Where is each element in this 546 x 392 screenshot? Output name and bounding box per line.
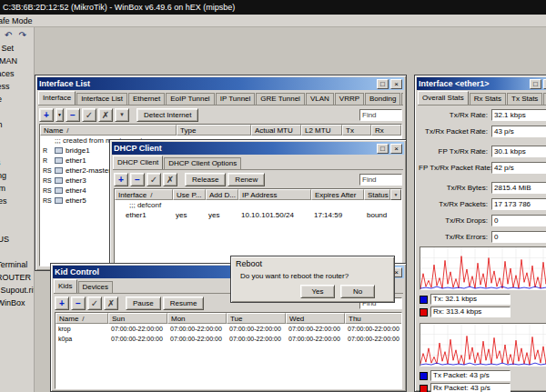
undo-icon[interactable]: ↶ [5, 30, 12, 40]
column-header-mon[interactable]: Mon [167, 313, 227, 324]
detect-internet-button[interactable]: Detect Internet [136, 108, 198, 122]
sidebar-item-ppp[interactable]: PPP [0, 106, 34, 118]
sidebar-item-new-terminal[interactable]: New Terminal [0, 258, 34, 271]
find-input[interactable] [359, 174, 402, 186]
disable-button[interactable]: ✗ [163, 173, 177, 186]
tab-dhcp-client-options[interactable]: DHCP Client Options [164, 157, 241, 169]
column-header-use-peer[interactable]: Use P... [173, 189, 206, 200]
column-header-actual-mtu[interactable]: Actual MTU [251, 125, 301, 136]
sidebar-item-system[interactable]: System [0, 182, 34, 195]
remove-button[interactable]: − [71, 297, 86, 310]
column-header-thu[interactable]: Thu [345, 313, 401, 324]
ether1-stats-titlebar[interactable]: Interface <ether1> □ × [417, 77, 546, 90]
add-button[interactable]: + [114, 173, 128, 186]
safe-mode-toggle[interactable]: Safe Mode [0, 15, 33, 27]
tab-rx-stats[interactable]: Rx Stats [470, 93, 506, 105]
enable-button[interactable]: ✓ [82, 108, 96, 122]
thu-cell: 07:00:00-22:00:00 [345, 324, 401, 334]
tab-eoip-tunnel[interactable]: EoIP Tunnel [166, 93, 214, 105]
column-header-rx[interactable]: Rx [371, 125, 401, 136]
yes-button[interactable]: Yes [300, 285, 335, 298]
column-header-tue[interactable]: Tue [227, 313, 286, 324]
tab-lte[interactable]: LTE [401, 93, 403, 105]
column-header-type[interactable]: Type [177, 125, 251, 136]
column-header-status[interactable]: Status [364, 189, 390, 200]
tab-interface[interactable]: Interface [38, 91, 76, 106]
enable-button[interactable]: ✓ [147, 173, 161, 186]
tab-dhcp-client[interactable]: DHCP Client [113, 156, 163, 170]
pause-button[interactable]: Pause [126, 297, 161, 310]
tab-kids[interactable]: Kids [54, 279, 77, 294]
column-header-name[interactable]: Name/ [40, 125, 177, 136]
disable-button[interactable]: ✗ [104, 297, 118, 310]
no-button[interactable]: No [340, 285, 375, 298]
tab-vrrp[interactable]: VRRP [335, 93, 364, 105]
tab-tx-stats[interactable]: Tx Stats [507, 93, 542, 105]
tab-bonding[interactable]: Bonding [365, 93, 400, 105]
column-header-interface[interactable]: Interface/ [115, 189, 173, 200]
tab-overall-stats[interactable]: Overall Stats [418, 91, 469, 106]
close-button[interactable]: × [390, 144, 402, 154]
add-button[interactable]: + [55, 297, 69, 310]
release-button[interactable]: Release [185, 173, 226, 186]
sidebar-item-tools[interactable]: Tools [0, 246, 34, 258]
column-filter-button[interactable]: ▼ [390, 189, 401, 200]
sidebar-item-mpls[interactable]: MPLS [0, 156, 34, 169]
tab-interface-list[interactable]: Interface List [76, 93, 127, 105]
column-header-l2-mtu[interactable]: L2 MTU [301, 125, 342, 136]
close-button[interactable]: × [390, 79, 402, 89]
column-header-name[interactable]: Name/ [56, 313, 108, 324]
table-row-k0pa[interactable]: k0pa 07:00:00-22:00:00 07:00:00-22:00:00… [56, 334, 401, 344]
sidebar-item-routing[interactable]: Routing [0, 169, 34, 182]
sidebar-item-quick-set[interactable]: Quick Set [0, 42, 34, 55]
sidebar-item-wireless[interactable]: Wireless [0, 80, 34, 93]
tab-devices[interactable]: Devices [78, 281, 113, 293]
column-label: Name [44, 126, 63, 135]
maximize-button[interactable]: □ [530, 79, 541, 89]
sidebar-item-interfaces[interactable]: Interfaces [0, 67, 34, 80]
column-label: Thu [349, 315, 361, 323]
table-row-comment[interactable]: ;;; defconf [115, 200, 401, 210]
tab-ip-tunnel[interactable]: IP Tunnel [216, 93, 256, 105]
column-header-expires-after[interactable]: Expires After [311, 189, 364, 200]
interface-list-titlebar[interactable]: Interface List □ × [37, 77, 404, 90]
sidebar-item-make-supout[interactable]: Make Supout.rif [0, 284, 34, 297]
resume-button[interactable]: Resume [163, 297, 205, 310]
maximize-button[interactable]: □ [377, 79, 389, 89]
filter-button[interactable]: ▼ [115, 108, 129, 122]
app-titlebar[interactable]: C:3B:6B:2D:12:52 (MikroTik) - WinBox v6.… [0, 0, 546, 15]
table-row-krop[interactable]: krop 07:00:00-22:00:00 07:00:00-22:00:00… [56, 324, 401, 334]
tab-vlan[interactable]: VLAN [306, 93, 334, 105]
remove-button[interactable]: − [66, 108, 80, 122]
sidebar-item-radius[interactable]: RADIUS [0, 233, 34, 246]
sidebar-item-files[interactable]: Files [0, 207, 34, 220]
sidebar-item-bridge[interactable]: Bridge [0, 93, 34, 106]
remove-button[interactable]: − [130, 173, 145, 186]
redo-icon[interactable]: ↷ [18, 30, 25, 40]
column-header-tx[interactable]: Tx [342, 125, 371, 136]
tab-gre-tunnel[interactable]: GRE Tunnel [256, 93, 305, 105]
sidebar-item-capsman[interactable]: CAPsMAN [0, 55, 34, 67]
column-header-ip-address[interactable]: IP Address [238, 189, 311, 200]
sidebar-item-queues[interactable]: Queues [0, 195, 34, 207]
dhcp-client-titlebar[interactable]: DHCP Client □ × [112, 142, 404, 155]
sidebar-item-ip[interactable]: IP [0, 144, 34, 156]
sidebar-item-exit[interactable]: Exit [0, 309, 34, 322]
column-header-wed[interactable]: Wed [286, 313, 345, 324]
enable-button[interactable]: ✓ [87, 297, 102, 310]
find-input[interactable] [359, 109, 402, 121]
sidebar-item-mesh[interactable]: Mesh [0, 131, 34, 144]
table-row-ether1-dhcp[interactable]: ether1 yes yes 10.10.101.50/24 17:14:59 … [115, 210, 401, 220]
tab-ethernet[interactable]: Ethernet [128, 93, 165, 105]
sidebar-item-log[interactable]: Log [0, 220, 34, 233]
maximize-button[interactable]: □ [377, 144, 389, 154]
sidebar-item-metarouter[interactable]: MetaROUTER [0, 271, 34, 284]
renew-button[interactable]: Renew [228, 173, 265, 186]
column-header-sun[interactable]: Sun [108, 313, 167, 324]
sidebar-item-switch[interactable]: Switch [0, 118, 34, 131]
add-button[interactable]: + [39, 108, 54, 122]
column-header-add-default[interactable]: Add D... [206, 189, 238, 200]
sidebar-item-new-winbox[interactable]: New WinBox [0, 297, 34, 309]
add-dropdown-button[interactable]: ▼ [56, 108, 64, 122]
disable-button[interactable]: ✗ [98, 108, 113, 122]
